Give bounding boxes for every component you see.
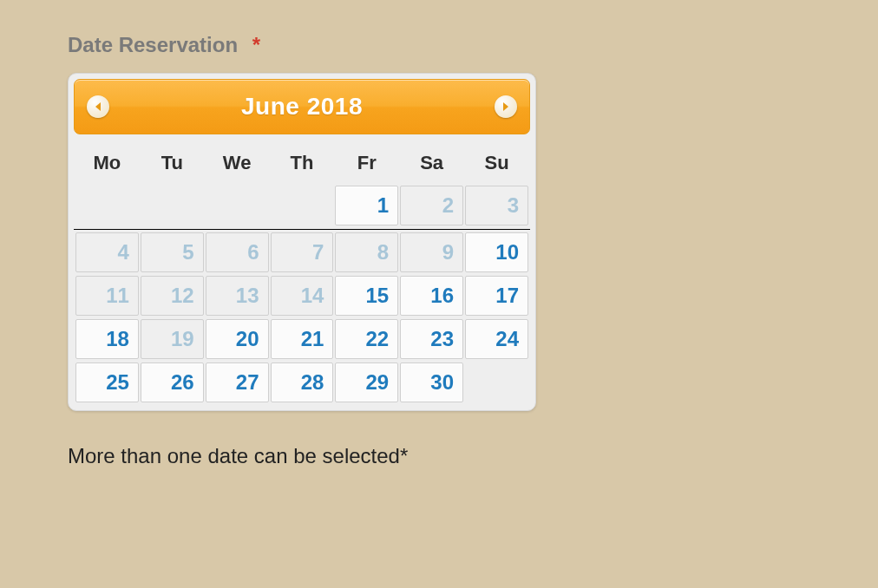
calendar-cell: 6 (206, 232, 269, 273)
calendar-week-row: 45678910 (75, 232, 528, 273)
calendar-cell: 5 (141, 232, 204, 273)
calendar-divider (75, 228, 528, 230)
calendar-day: 6 (206, 232, 269, 272)
calendar-cell: 1 (335, 185, 398, 226)
field-label: Date Reservation * (68, 33, 878, 57)
calendar-day[interactable]: 28 (271, 363, 334, 402)
calendar-cell: 10 (465, 232, 528, 273)
next-month-button[interactable] (495, 95, 517, 118)
calendar-day[interactable]: 1 (335, 186, 398, 225)
calendar-cell: 19 (141, 318, 204, 360)
calendar-day: 9 (400, 232, 463, 272)
calendar-cell: 8 (335, 232, 398, 273)
calendar-cell: 13 (206, 275, 269, 317)
calendar-day: 5 (141, 232, 204, 272)
calendar-day[interactable]: 27 (206, 363, 269, 402)
calendar-widget: June 2018 MoTuWeThFrSaSu 123456789101112… (68, 73, 536, 411)
calendar-cell: 22 (335, 318, 398, 360)
calendar-day: 11 (75, 276, 139, 316)
calendar-cell: 21 (271, 318, 334, 360)
calendar-cell: 2 (400, 185, 463, 226)
calendar-cell: 18 (75, 318, 139, 360)
required-asterisk: * (252, 33, 260, 56)
calendar-day[interactable]: 29 (335, 363, 398, 402)
calendar-day[interactable]: 18 (75, 319, 139, 359)
calendar-cell: 28 (271, 362, 334, 403)
calendar-day[interactable]: 24 (465, 319, 528, 359)
calendar-day[interactable]: 21 (271, 319, 334, 359)
calendar-cell: 14 (271, 275, 334, 317)
calendar-cell (465, 362, 528, 403)
calendar-cell (75, 185, 139, 226)
chevron-right-icon (501, 101, 510, 112)
calendar-weekday-header: MoTuWeThFrSaSu (75, 140, 528, 183)
calendar-cell: 16 (400, 275, 463, 317)
calendar-title: June 2018 (241, 93, 363, 121)
weekday-header: Th (271, 140, 334, 183)
calendar-cell: 15 (335, 275, 398, 317)
calendar-cell: 24 (465, 318, 528, 360)
field-label-text: Date Reservation (68, 33, 238, 56)
calendar-cell: 29 (335, 362, 398, 403)
weekday-header: Sa (400, 140, 463, 183)
prev-month-button[interactable] (87, 95, 109, 118)
weekday-header: Fr (335, 140, 398, 183)
calendar-cell: 7 (271, 232, 334, 273)
helper-text: More than one date can be selected* (68, 444, 878, 468)
calendar-day: 12 (141, 276, 204, 316)
calendar-grid: MoTuWeThFrSaSu 1234567891011121314151617… (74, 138, 530, 405)
weekday-header: Tu (141, 140, 204, 183)
chevron-left-icon (94, 101, 102, 112)
calendar-day[interactable]: 25 (75, 363, 139, 402)
calendar-header: June 2018 (74, 79, 530, 134)
calendar-day[interactable]: 16 (400, 276, 463, 316)
calendar-cell: 20 (206, 318, 269, 360)
calendar-cell: 3 (465, 185, 528, 226)
calendar-cell: 12 (141, 275, 204, 317)
calendar-cell: 30 (400, 362, 463, 403)
calendar-cell (141, 185, 204, 226)
calendar-cell: 26 (141, 362, 204, 403)
calendar-day[interactable]: 30 (400, 363, 463, 402)
calendar-week-row: 123 (75, 185, 528, 226)
calendar-cell: 17 (465, 275, 528, 317)
calendar-day: 7 (271, 232, 334, 272)
calendar-cell: 23 (400, 318, 463, 360)
calendar-week-row: 18192021222324 (75, 318, 528, 360)
calendar-day[interactable]: 17 (465, 276, 528, 316)
calendar-day: 13 (206, 276, 269, 316)
weekday-header: Mo (75, 140, 139, 183)
calendar-cell: 4 (75, 232, 139, 273)
calendar-day: 14 (271, 276, 334, 316)
calendar-day[interactable]: 15 (335, 276, 398, 316)
calendar-cell: 11 (75, 275, 139, 317)
weekday-header: We (206, 140, 269, 183)
calendar-day[interactable]: 20 (206, 319, 269, 359)
calendar-week-row: 11121314151617 (75, 275, 528, 317)
calendar-day[interactable]: 26 (141, 363, 204, 402)
calendar-cell (271, 185, 334, 226)
calendar-day[interactable]: 22 (335, 319, 398, 359)
calendar-cell: 9 (400, 232, 463, 273)
calendar-day: 3 (465, 186, 528, 225)
calendar-day: 8 (335, 232, 398, 272)
calendar-day: 2 (400, 186, 463, 225)
calendar-day[interactable]: 10 (465, 232, 528, 272)
weekday-header: Su (465, 140, 528, 183)
calendar-cell (206, 185, 269, 226)
calendar-day: 19 (141, 319, 204, 359)
calendar-day: 4 (75, 232, 139, 272)
calendar-week-row: 252627282930 (75, 362, 528, 403)
calendar-cell: 27 (206, 362, 269, 403)
calendar-cell: 25 (75, 362, 139, 403)
calendar-day[interactable]: 23 (400, 319, 463, 359)
